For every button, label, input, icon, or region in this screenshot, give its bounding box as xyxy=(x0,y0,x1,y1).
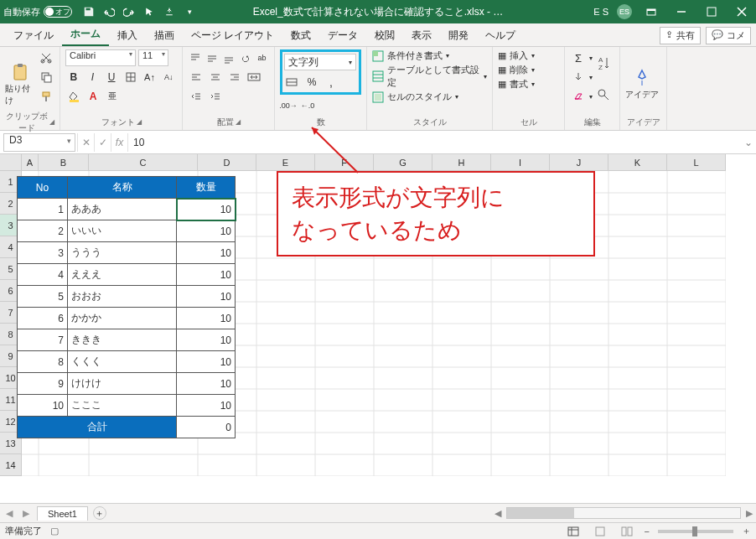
tab-数式[interactable]: 数式 xyxy=(282,25,319,46)
cell-no[interactable]: 4 xyxy=(18,264,68,286)
clear-icon[interactable] xyxy=(570,88,587,105)
cell-name[interactable]: かかか xyxy=(68,308,177,329)
touch-icon[interactable] xyxy=(163,5,176,18)
underline-button[interactable]: U xyxy=(103,69,120,86)
row-header-14[interactable]: 14 xyxy=(0,454,22,476)
tab-ページ レイアウト[interactable]: ページ レイアウト xyxy=(183,25,282,46)
orientation-icon[interactable]: ⭯ xyxy=(238,49,252,66)
horizontal-scrollbar[interactable] xyxy=(506,507,741,519)
cell-qty[interactable]: 10 xyxy=(177,220,236,242)
hscroll-left-icon[interactable]: ◀ xyxy=(495,508,501,519)
font-launcher-icon[interactable]: ◢ xyxy=(137,118,142,126)
cell-qty[interactable]: 10 xyxy=(177,199,236,220)
formula-input[interactable]: 10 xyxy=(127,133,741,152)
add-sheet-button[interactable]: ＋ xyxy=(93,506,106,520)
table-row[interactable]: 8くくく10 xyxy=(18,351,236,373)
tab-表示[interactable]: 表示 xyxy=(403,25,440,46)
table-row[interactable]: 7ききき10 xyxy=(18,329,236,351)
italic-button[interactable]: I xyxy=(85,69,101,86)
fill-icon[interactable] xyxy=(570,69,587,86)
cell-qty[interactable]: 10 xyxy=(177,308,236,329)
cell-no[interactable]: 7 xyxy=(18,329,68,351)
conditional-formatting-button[interactable]: 条件付き書式▾ xyxy=(372,49,487,62)
align-right-icon[interactable] xyxy=(226,69,243,86)
undo-icon[interactable] xyxy=(102,5,116,18)
page-layout-view-icon[interactable] xyxy=(591,525,609,538)
cell-no[interactable]: 10 xyxy=(18,395,68,417)
autosum-icon[interactable]: Σ xyxy=(570,49,587,66)
cell-name[interactable]: おおお xyxy=(68,286,177,308)
table-row[interactable]: 5おおお10 xyxy=(18,286,236,308)
minimize-icon[interactable] xyxy=(671,3,692,20)
select-all-corner[interactable] xyxy=(0,154,22,171)
hscroll-right-icon[interactable]: ▶ xyxy=(746,508,753,519)
insert-function-icon[interactable]: fx xyxy=(111,133,127,152)
format-painter-icon[interactable] xyxy=(38,88,54,105)
font-name-select[interactable]: Calibri xyxy=(65,49,136,66)
table-row[interactable]: 3ううう10 xyxy=(18,242,236,264)
cell-name[interactable]: こここ xyxy=(68,395,177,417)
user-avatar[interactable]: ES xyxy=(617,4,632,19)
cell-name[interactable]: いいい xyxy=(68,220,177,242)
cancel-formula-icon[interactable]: ✕ xyxy=(77,133,94,152)
insert-cells-button[interactable]: ▦挿入▾ xyxy=(498,49,535,62)
cell-styles-button[interactable]: セルのスタイル▾ xyxy=(372,91,487,103)
tab-ヘルプ[interactable]: ヘルプ xyxy=(477,25,524,46)
increase-indent-icon[interactable] xyxy=(207,88,224,105)
font-color-icon[interactable]: A xyxy=(85,88,101,105)
cell-no[interactable]: 2 xyxy=(18,220,68,242)
decrease-indent-icon[interactable] xyxy=(188,88,205,105)
cell-name[interactable]: ききき xyxy=(68,329,177,351)
table-row[interactable]: 10こここ10 xyxy=(18,395,236,417)
format-as-table-button[interactable]: テーブルとして書式設定▾ xyxy=(372,64,487,89)
copy-icon[interactable] xyxy=(38,69,54,86)
align-middle-icon[interactable] xyxy=(205,49,219,66)
ribbon-options-icon[interactable] xyxy=(640,3,662,20)
cell-name[interactable]: けけけ xyxy=(68,373,177,395)
comma-format-icon[interactable]: , xyxy=(323,74,339,91)
col-header-H[interactable]: H xyxy=(432,154,491,171)
table-row[interactable]: 9けけけ10 xyxy=(18,373,236,395)
zoom-out-icon[interactable]: − xyxy=(645,526,650,536)
sort-filter-icon[interactable]: AZ xyxy=(595,49,612,78)
delete-cells-button[interactable]: ▦削除▾ xyxy=(498,64,535,76)
col-header-D[interactable]: D xyxy=(198,154,256,171)
cell-name[interactable]: あああ xyxy=(68,199,177,220)
table-row[interactable]: 2いいい10 xyxy=(18,220,236,242)
cell-no[interactable]: 6 xyxy=(18,308,68,329)
cell-qty[interactable]: 10 xyxy=(177,264,236,286)
col-header-G[interactable]: G xyxy=(374,154,432,171)
percent-format-icon[interactable]: % xyxy=(303,74,320,91)
col-header-I[interactable]: I xyxy=(491,154,550,171)
align-left-icon[interactable] xyxy=(188,69,205,86)
tab-データ[interactable]: データ xyxy=(319,25,366,46)
cursor-icon[interactable] xyxy=(142,5,156,18)
comment-button[interactable]: 💬 コメ xyxy=(706,27,751,44)
cell-qty[interactable]: 10 xyxy=(177,395,236,417)
page-break-view-icon[interactable] xyxy=(618,525,636,538)
decrease-font-icon[interactable]: A↓ xyxy=(160,69,177,86)
total-value[interactable]: 0 xyxy=(177,417,236,438)
cell-qty[interactable]: 10 xyxy=(177,329,236,351)
column-headers[interactable]: ABCDEFGHIJKL xyxy=(22,154,726,171)
close-icon[interactable] xyxy=(731,3,753,20)
tab-開発[interactable]: 開発 xyxy=(440,25,477,46)
maximize-icon[interactable] xyxy=(701,3,722,20)
zoom-in-icon[interactable]: ＋ xyxy=(742,525,751,537)
accounting-format-icon[interactable] xyxy=(284,74,301,91)
cut-icon[interactable] xyxy=(38,49,54,66)
worksheet-grid[interactable]: ABCDEFGHIJKL 1234567891011121314 No名称数量1… xyxy=(0,154,756,503)
tab-校閲[interactable]: 校閲 xyxy=(366,25,403,46)
fill-color-icon[interactable] xyxy=(65,88,82,105)
tab-挿入[interactable]: 挿入 xyxy=(109,25,146,46)
redo-icon[interactable] xyxy=(122,5,136,18)
merge-cells-icon[interactable] xyxy=(246,69,262,86)
cell-qty[interactable]: 10 xyxy=(177,351,236,373)
macro-record-icon[interactable]: ▢ xyxy=(50,526,59,536)
format-cells-button[interactable]: ▦書式▾ xyxy=(498,78,535,91)
table-row[interactable]: 1あああ10 xyxy=(18,199,236,220)
align-center-icon[interactable] xyxy=(207,69,224,86)
col-header-J[interactable]: J xyxy=(550,154,608,171)
normal-view-icon[interactable] xyxy=(564,525,583,538)
border-icon[interactable] xyxy=(122,69,139,86)
